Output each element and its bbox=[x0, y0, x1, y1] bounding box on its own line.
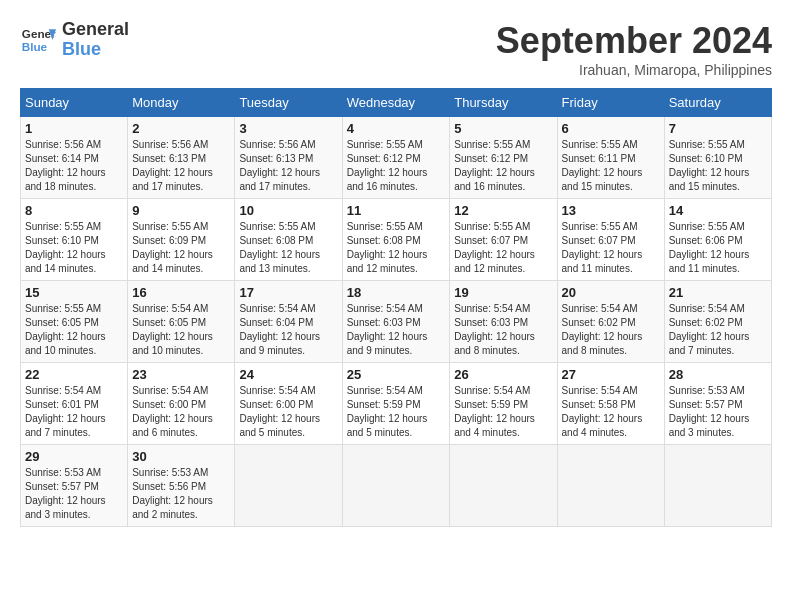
day-info: Sunrise: 5:55 AM Sunset: 6:07 PM Dayligh… bbox=[454, 220, 552, 276]
weekday-header-row: SundayMondayTuesdayWednesdayThursdayFrid… bbox=[21, 89, 772, 117]
weekday-header-wednesday: Wednesday bbox=[342, 89, 450, 117]
day-number: 15 bbox=[25, 285, 123, 300]
day-info: Sunrise: 5:54 AM Sunset: 6:02 PM Dayligh… bbox=[562, 302, 660, 358]
day-info: Sunrise: 5:54 AM Sunset: 6:04 PM Dayligh… bbox=[239, 302, 337, 358]
calendar-cell bbox=[557, 445, 664, 527]
day-number: 25 bbox=[347, 367, 446, 382]
calendar-cell: 30 Sunrise: 5:53 AM Sunset: 5:56 PM Dayl… bbox=[128, 445, 235, 527]
month-title: September 2024 bbox=[496, 20, 772, 62]
day-info: Sunrise: 5:56 AM Sunset: 6:13 PM Dayligh… bbox=[239, 138, 337, 194]
day-info: Sunrise: 5:54 AM Sunset: 6:05 PM Dayligh… bbox=[132, 302, 230, 358]
day-number: 6 bbox=[562, 121, 660, 136]
title-block: September 2024 Irahuan, Mimaropa, Philip… bbox=[496, 20, 772, 78]
calendar-cell: 9 Sunrise: 5:55 AM Sunset: 6:09 PM Dayli… bbox=[128, 199, 235, 281]
weekday-header-thursday: Thursday bbox=[450, 89, 557, 117]
day-number: 14 bbox=[669, 203, 767, 218]
day-info: Sunrise: 5:53 AM Sunset: 5:57 PM Dayligh… bbox=[669, 384, 767, 440]
day-number: 30 bbox=[132, 449, 230, 464]
calendar-cell: 7 Sunrise: 5:55 AM Sunset: 6:10 PM Dayli… bbox=[664, 117, 771, 199]
calendar-cell: 25 Sunrise: 5:54 AM Sunset: 5:59 PM Dayl… bbox=[342, 363, 450, 445]
day-number: 28 bbox=[669, 367, 767, 382]
day-info: Sunrise: 5:54 AM Sunset: 6:00 PM Dayligh… bbox=[132, 384, 230, 440]
calendar-cell: 10 Sunrise: 5:55 AM Sunset: 6:08 PM Dayl… bbox=[235, 199, 342, 281]
calendar-week-3: 15 Sunrise: 5:55 AM Sunset: 6:05 PM Dayl… bbox=[21, 281, 772, 363]
calendar-cell bbox=[342, 445, 450, 527]
day-number: 4 bbox=[347, 121, 446, 136]
calendar-cell: 3 Sunrise: 5:56 AM Sunset: 6:13 PM Dayli… bbox=[235, 117, 342, 199]
weekday-header-tuesday: Tuesday bbox=[235, 89, 342, 117]
calendar-cell: 8 Sunrise: 5:55 AM Sunset: 6:10 PM Dayli… bbox=[21, 199, 128, 281]
day-number: 9 bbox=[132, 203, 230, 218]
location: Irahuan, Mimaropa, Philippines bbox=[496, 62, 772, 78]
day-info: Sunrise: 5:54 AM Sunset: 6:03 PM Dayligh… bbox=[347, 302, 446, 358]
calendar-week-1: 1 Sunrise: 5:56 AM Sunset: 6:14 PM Dayli… bbox=[21, 117, 772, 199]
weekday-header-friday: Friday bbox=[557, 89, 664, 117]
calendar-cell: 26 Sunrise: 5:54 AM Sunset: 5:59 PM Dayl… bbox=[450, 363, 557, 445]
calendar-cell: 19 Sunrise: 5:54 AM Sunset: 6:03 PM Dayl… bbox=[450, 281, 557, 363]
calendar-cell bbox=[450, 445, 557, 527]
day-number: 27 bbox=[562, 367, 660, 382]
day-info: Sunrise: 5:54 AM Sunset: 6:02 PM Dayligh… bbox=[669, 302, 767, 358]
calendar-cell: 27 Sunrise: 5:54 AM Sunset: 5:58 PM Dayl… bbox=[557, 363, 664, 445]
day-info: Sunrise: 5:54 AM Sunset: 5:59 PM Dayligh… bbox=[347, 384, 446, 440]
calendar-cell: 12 Sunrise: 5:55 AM Sunset: 6:07 PM Dayl… bbox=[450, 199, 557, 281]
calendar-cell: 4 Sunrise: 5:55 AM Sunset: 6:12 PM Dayli… bbox=[342, 117, 450, 199]
day-info: Sunrise: 5:53 AM Sunset: 5:56 PM Dayligh… bbox=[132, 466, 230, 522]
day-info: Sunrise: 5:55 AM Sunset: 6:10 PM Dayligh… bbox=[669, 138, 767, 194]
day-number: 21 bbox=[669, 285, 767, 300]
weekday-header-sunday: Sunday bbox=[21, 89, 128, 117]
day-number: 24 bbox=[239, 367, 337, 382]
calendar-cell: 28 Sunrise: 5:53 AM Sunset: 5:57 PM Dayl… bbox=[664, 363, 771, 445]
calendar-cell: 14 Sunrise: 5:55 AM Sunset: 6:06 PM Dayl… bbox=[664, 199, 771, 281]
day-number: 22 bbox=[25, 367, 123, 382]
day-info: Sunrise: 5:54 AM Sunset: 5:58 PM Dayligh… bbox=[562, 384, 660, 440]
day-info: Sunrise: 5:55 AM Sunset: 6:05 PM Dayligh… bbox=[25, 302, 123, 358]
day-number: 29 bbox=[25, 449, 123, 464]
logo: General Blue General Blue bbox=[20, 20, 129, 60]
calendar-cell bbox=[235, 445, 342, 527]
calendar-cell: 13 Sunrise: 5:55 AM Sunset: 6:07 PM Dayl… bbox=[557, 199, 664, 281]
day-number: 23 bbox=[132, 367, 230, 382]
day-number: 19 bbox=[454, 285, 552, 300]
day-info: Sunrise: 5:54 AM Sunset: 6:00 PM Dayligh… bbox=[239, 384, 337, 440]
day-number: 8 bbox=[25, 203, 123, 218]
calendar-week-4: 22 Sunrise: 5:54 AM Sunset: 6:01 PM Dayl… bbox=[21, 363, 772, 445]
page-header: General Blue General Blue September 2024… bbox=[20, 20, 772, 78]
day-info: Sunrise: 5:55 AM Sunset: 6:12 PM Dayligh… bbox=[454, 138, 552, 194]
weekday-header-monday: Monday bbox=[128, 89, 235, 117]
day-number: 26 bbox=[454, 367, 552, 382]
calendar-cell: 11 Sunrise: 5:55 AM Sunset: 6:08 PM Dayl… bbox=[342, 199, 450, 281]
logo-text: General Blue bbox=[62, 20, 129, 60]
day-info: Sunrise: 5:55 AM Sunset: 6:06 PM Dayligh… bbox=[669, 220, 767, 276]
day-number: 7 bbox=[669, 121, 767, 136]
day-number: 18 bbox=[347, 285, 446, 300]
day-info: Sunrise: 5:54 AM Sunset: 5:59 PM Dayligh… bbox=[454, 384, 552, 440]
day-number: 1 bbox=[25, 121, 123, 136]
svg-text:Blue: Blue bbox=[22, 40, 48, 53]
calendar-cell: 21 Sunrise: 5:54 AM Sunset: 6:02 PM Dayl… bbox=[664, 281, 771, 363]
day-info: Sunrise: 5:55 AM Sunset: 6:08 PM Dayligh… bbox=[239, 220, 337, 276]
calendar-cell: 6 Sunrise: 5:55 AM Sunset: 6:11 PM Dayli… bbox=[557, 117, 664, 199]
calendar-week-5: 29 Sunrise: 5:53 AM Sunset: 5:57 PM Dayl… bbox=[21, 445, 772, 527]
day-info: Sunrise: 5:53 AM Sunset: 5:57 PM Dayligh… bbox=[25, 466, 123, 522]
day-number: 12 bbox=[454, 203, 552, 218]
calendar-cell: 20 Sunrise: 5:54 AM Sunset: 6:02 PM Dayl… bbox=[557, 281, 664, 363]
day-number: 16 bbox=[132, 285, 230, 300]
calendar-cell: 1 Sunrise: 5:56 AM Sunset: 6:14 PM Dayli… bbox=[21, 117, 128, 199]
day-number: 20 bbox=[562, 285, 660, 300]
calendar-cell: 15 Sunrise: 5:55 AM Sunset: 6:05 PM Dayl… bbox=[21, 281, 128, 363]
logo-icon: General Blue bbox=[20, 22, 56, 58]
day-number: 5 bbox=[454, 121, 552, 136]
day-info: Sunrise: 5:55 AM Sunset: 6:08 PM Dayligh… bbox=[347, 220, 446, 276]
day-number: 2 bbox=[132, 121, 230, 136]
calendar-cell: 22 Sunrise: 5:54 AM Sunset: 6:01 PM Dayl… bbox=[21, 363, 128, 445]
calendar-cell: 5 Sunrise: 5:55 AM Sunset: 6:12 PM Dayli… bbox=[450, 117, 557, 199]
calendar-cell: 16 Sunrise: 5:54 AM Sunset: 6:05 PM Dayl… bbox=[128, 281, 235, 363]
day-info: Sunrise: 5:55 AM Sunset: 6:09 PM Dayligh… bbox=[132, 220, 230, 276]
day-info: Sunrise: 5:54 AM Sunset: 6:01 PM Dayligh… bbox=[25, 384, 123, 440]
calendar-week-2: 8 Sunrise: 5:55 AM Sunset: 6:10 PM Dayli… bbox=[21, 199, 772, 281]
day-info: Sunrise: 5:56 AM Sunset: 6:14 PM Dayligh… bbox=[25, 138, 123, 194]
day-info: Sunrise: 5:55 AM Sunset: 6:07 PM Dayligh… bbox=[562, 220, 660, 276]
calendar-cell: 18 Sunrise: 5:54 AM Sunset: 6:03 PM Dayl… bbox=[342, 281, 450, 363]
day-info: Sunrise: 5:54 AM Sunset: 6:03 PM Dayligh… bbox=[454, 302, 552, 358]
